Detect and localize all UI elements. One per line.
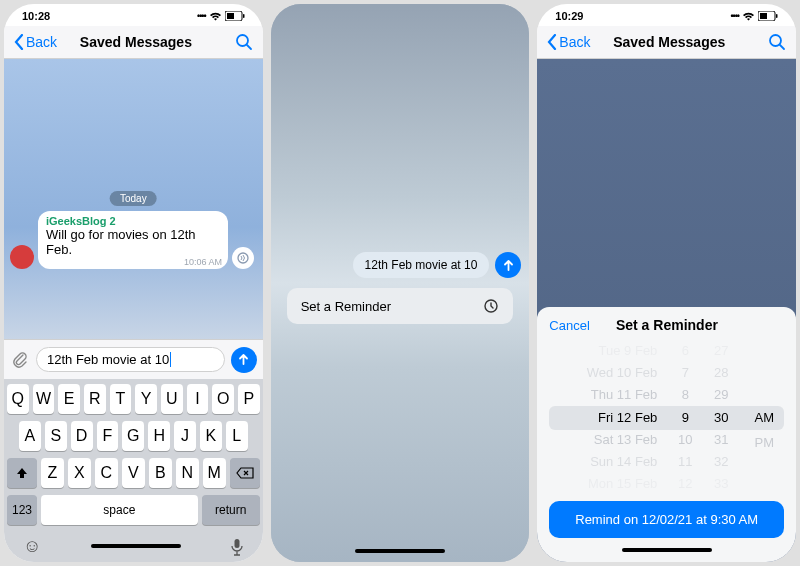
search-button[interactable] bbox=[235, 33, 253, 51]
key-row-3: ZXCVBNM bbox=[7, 458, 260, 488]
picker-item[interactable]: Tue 9 Feb bbox=[599, 341, 658, 359]
reminder-sheet: Cancel Set a Reminder Tue 9 FebWed 10 Fe… bbox=[537, 307, 796, 562]
picker-item[interactable]: Fri 12 Feb bbox=[598, 408, 657, 426]
picker-item[interactable]: 33 bbox=[714, 475, 728, 493]
picker-item[interactable]: 27 bbox=[714, 341, 728, 359]
send-button[interactable] bbox=[231, 347, 257, 373]
key-n[interactable]: N bbox=[176, 458, 199, 488]
key-p[interactable]: P bbox=[238, 384, 260, 414]
message-bubble[interactable]: iGeeksBlog 2 Will go for movies on 12th … bbox=[38, 211, 228, 269]
message-row[interactable]: iGeeksBlog 2 Will go for movies on 12th … bbox=[10, 211, 257, 269]
mic-button[interactable] bbox=[230, 538, 244, 556]
key-a[interactable]: A bbox=[19, 421, 41, 451]
key-o[interactable]: O bbox=[212, 384, 234, 414]
backspace-key[interactable] bbox=[230, 458, 260, 488]
battery-icon bbox=[225, 11, 245, 21]
picker-item[interactable]: Thu 11 Feb bbox=[591, 386, 658, 404]
picker-item[interactable]: Mon 15 Feb bbox=[588, 475, 657, 493]
key-s[interactable]: S bbox=[45, 421, 67, 451]
minute-column[interactable]: 27282930313233 bbox=[707, 341, 735, 493]
return-key[interactable]: return bbox=[202, 495, 260, 525]
date-time-picker[interactable]: Tue 9 FebWed 10 FebThu 11 FebFri 12 FebS… bbox=[549, 341, 784, 493]
numbers-key[interactable]: 123 bbox=[7, 495, 37, 525]
svg-point-3 bbox=[237, 35, 248, 46]
shift-key[interactable] bbox=[7, 458, 37, 488]
picker-item[interactable]: 29 bbox=[714, 386, 728, 404]
hour-column[interactable]: 6789101112 bbox=[671, 341, 699, 493]
home-indicator[interactable] bbox=[355, 549, 445, 553]
message-sender: iGeeksBlog 2 bbox=[46, 215, 220, 227]
picker-item[interactable]: 32 bbox=[714, 452, 728, 470]
clock: 10:29 bbox=[555, 10, 583, 22]
send-button[interactable] bbox=[495, 252, 521, 278]
key-m[interactable]: M bbox=[203, 458, 226, 488]
set-reminder-menu-item[interactable]: Set a Reminder bbox=[287, 288, 514, 324]
picker-item[interactable]: PM bbox=[755, 432, 775, 453]
key-y[interactable]: Y bbox=[135, 384, 157, 414]
picker-item[interactable]: 8 bbox=[682, 386, 689, 404]
menu-label: Set a Reminder bbox=[301, 299, 391, 314]
home-indicator[interactable] bbox=[91, 544, 181, 548]
picker-item[interactable]: 9 bbox=[682, 408, 689, 426]
key-j[interactable]: J bbox=[174, 421, 196, 451]
chat-area: Cancel Set a Reminder Tue 9 FebWed 10 Fe… bbox=[537, 59, 796, 562]
search-button[interactable] bbox=[768, 33, 786, 51]
ampm-column[interactable]: AMPM bbox=[747, 341, 781, 493]
key-k[interactable]: K bbox=[200, 421, 222, 451]
key-c[interactable]: C bbox=[95, 458, 118, 488]
sheet-header: Cancel Set a Reminder bbox=[549, 317, 784, 333]
svg-point-5 bbox=[238, 253, 248, 263]
key-l[interactable]: L bbox=[226, 421, 248, 451]
signal-icon: •••• bbox=[730, 11, 739, 21]
picker-item[interactable]: 11 bbox=[678, 452, 692, 470]
message-time: 10:06 AM bbox=[184, 257, 222, 267]
picker-item[interactable]: Wed 10 Feb bbox=[587, 363, 658, 381]
picker-item[interactable]: Sun 14 Feb bbox=[590, 452, 657, 470]
nav-bar: Back Saved Messages bbox=[537, 26, 796, 59]
space-key[interactable]: space bbox=[41, 495, 198, 525]
key-z[interactable]: Z bbox=[41, 458, 64, 488]
key-d[interactable]: D bbox=[71, 421, 93, 451]
key-t[interactable]: T bbox=[110, 384, 132, 414]
key-b[interactable]: B bbox=[149, 458, 172, 488]
confirm-reminder-button[interactable]: Remind on 12/02/21 at 9:30 AM bbox=[549, 501, 784, 538]
attach-button[interactable] bbox=[10, 350, 30, 370]
emoji-button[interactable]: ☺ bbox=[23, 536, 41, 557]
key-i[interactable]: I bbox=[187, 384, 209, 414]
key-w[interactable]: W bbox=[33, 384, 55, 414]
key-h[interactable]: H bbox=[148, 421, 170, 451]
message-input[interactable]: 12th Feb movie at 10 bbox=[36, 347, 225, 372]
avatar[interactable] bbox=[10, 245, 34, 269]
picker-item[interactable]: 31 bbox=[714, 430, 728, 448]
clock-icon bbox=[483, 298, 499, 314]
date-column[interactable]: Tue 9 FebWed 10 FebThu 11 FebFri 12 FebS… bbox=[557, 341, 657, 493]
key-u[interactable]: U bbox=[161, 384, 183, 414]
picker-item[interactable]: 10 bbox=[678, 430, 692, 448]
screen-1-chat-with-keyboard: 10:28 •••• Back Saved Messages Today iGe… bbox=[4, 4, 263, 562]
picker-item[interactable]: Sat 13 Feb bbox=[594, 430, 658, 448]
picker-item[interactable]: 6 bbox=[682, 341, 689, 359]
home-indicator[interactable] bbox=[622, 548, 712, 552]
blurred-background[interactable]: 12th Feb movie at 10 Set a Reminder bbox=[271, 4, 530, 562]
key-row-4: 123 space return bbox=[7, 495, 260, 525]
picker-item[interactable]: 12 bbox=[678, 475, 692, 493]
status-bar: 10:28 •••• bbox=[4, 4, 263, 26]
key-e[interactable]: E bbox=[58, 384, 80, 414]
svg-rect-6 bbox=[234, 539, 239, 548]
key-f[interactable]: F bbox=[97, 421, 119, 451]
svg-rect-1 bbox=[227, 13, 234, 19]
key-g[interactable]: G bbox=[122, 421, 144, 451]
read-aloud-button[interactable] bbox=[232, 247, 254, 269]
key-v[interactable]: V bbox=[122, 458, 145, 488]
key-r[interactable]: R bbox=[84, 384, 106, 414]
picker-item[interactable]: AM bbox=[755, 407, 775, 428]
picker-item[interactable]: 28 bbox=[714, 363, 728, 381]
key-x[interactable]: X bbox=[68, 458, 91, 488]
status-icons: •••• bbox=[730, 11, 778, 21]
key-q[interactable]: Q bbox=[7, 384, 29, 414]
clock: 10:28 bbox=[22, 10, 50, 22]
picker-item[interactable]: 30 bbox=[714, 408, 728, 426]
picker-item[interactable]: 7 bbox=[682, 363, 689, 381]
chat-area: Today iGeeksBlog 2 Will go for movies on… bbox=[4, 59, 263, 339]
svg-line-12 bbox=[780, 45, 784, 49]
